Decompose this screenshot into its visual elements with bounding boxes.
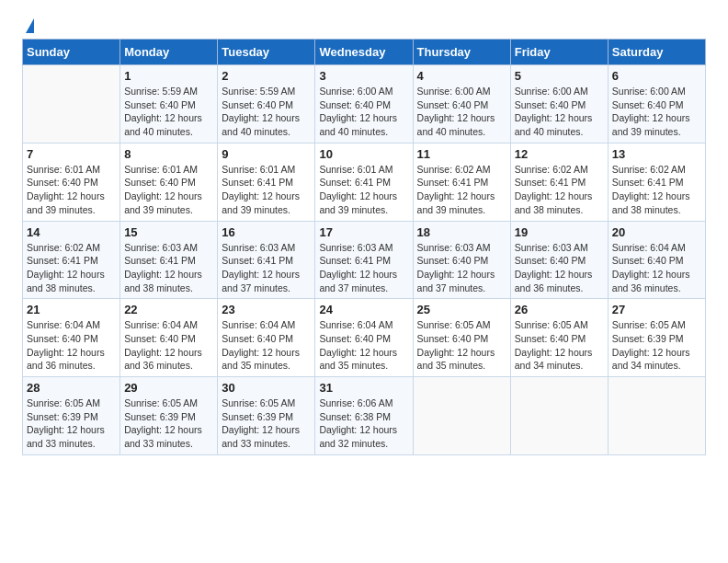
- day-number: 27: [612, 303, 701, 316]
- day-number: 4: [417, 69, 506, 83]
- day-number: 8: [124, 147, 213, 161]
- day-number: 5: [515, 69, 604, 83]
- day-number: 1: [124, 69, 213, 83]
- calendar-cell: 20Sunrise: 6:04 AMSunset: 6:40 PMDayligh…: [608, 221, 705, 299]
- calendar-cell: 21Sunrise: 6:04 AMSunset: 6:40 PMDayligh…: [23, 299, 120, 377]
- day-info: Sunrise: 5:59 AMSunset: 6:40 PMDaylight:…: [222, 85, 311, 139]
- day-number: 13: [612, 147, 701, 161]
- calendar-cell: 5Sunrise: 6:00 AMSunset: 6:40 PMDaylight…: [510, 65, 608, 144]
- calendar-cell: 27Sunrise: 6:05 AMSunset: 6:39 PMDayligh…: [608, 299, 705, 377]
- day-number: 19: [515, 225, 604, 239]
- calendar-cell: 30Sunrise: 6:05 AMSunset: 6:39 PMDayligh…: [218, 377, 315, 455]
- calendar-cell: 9Sunrise: 6:01 AMSunset: 6:41 PMDaylight…: [218, 143, 315, 221]
- column-header-thursday: Thursday: [413, 40, 510, 65]
- day-info: Sunrise: 6:06 AMSunset: 6:38 PMDaylight:…: [319, 396, 408, 451]
- day-number: 31: [319, 381, 408, 395]
- calendar-cell: [510, 377, 608, 455]
- day-info: Sunrise: 5:59 AMSunset: 6:40 PMDaylight:…: [124, 85, 213, 139]
- day-info: Sunrise: 6:02 AMSunset: 6:41 PMDaylight:…: [515, 163, 604, 217]
- day-info: Sunrise: 6:03 AMSunset: 6:41 PMDaylight:…: [124, 241, 213, 295]
- day-info: Sunrise: 6:01 AMSunset: 6:40 PMDaylight:…: [124, 163, 213, 217]
- day-info: Sunrise: 6:05 AMSunset: 6:39 PMDaylight:…: [124, 396, 213, 451]
- day-info: Sunrise: 6:00 AMSunset: 6:40 PMDaylight:…: [612, 85, 701, 139]
- day-number: 29: [124, 381, 213, 395]
- day-number: 21: [27, 303, 116, 316]
- day-info: Sunrise: 6:04 AMSunset: 6:40 PMDaylight:…: [612, 241, 701, 295]
- day-info: Sunrise: 6:04 AMSunset: 6:40 PMDaylight:…: [27, 318, 116, 373]
- calendar-cell: 17Sunrise: 6:03 AMSunset: 6:41 PMDayligh…: [315, 221, 413, 299]
- day-info: Sunrise: 6:00 AMSunset: 6:40 PMDaylight:…: [417, 85, 506, 139]
- column-header-friday: Friday: [510, 40, 608, 65]
- day-number: 10: [319, 147, 408, 161]
- calendar-cell: 23Sunrise: 6:04 AMSunset: 6:40 PMDayligh…: [218, 299, 315, 377]
- column-header-saturday: Saturday: [608, 40, 705, 65]
- column-header-wednesday: Wednesday: [315, 40, 413, 65]
- calendar-header: SundayMondayTuesdayWednesdayThursdayFrid…: [23, 40, 706, 65]
- logo: [22, 18, 34, 33]
- day-number: 25: [417, 303, 506, 316]
- day-number: 18: [417, 225, 506, 239]
- calendar-cell: 19Sunrise: 6:03 AMSunset: 6:40 PMDayligh…: [510, 221, 608, 299]
- calendar-cell: 7Sunrise: 6:01 AMSunset: 6:40 PMDaylight…: [23, 143, 120, 221]
- day-number: 30: [222, 381, 311, 395]
- calendar-cell: 14Sunrise: 6:02 AMSunset: 6:41 PMDayligh…: [23, 221, 120, 299]
- calendar-cell: 31Sunrise: 6:06 AMSunset: 6:38 PMDayligh…: [315, 377, 413, 455]
- calendar-cell: 26Sunrise: 6:05 AMSunset: 6:40 PMDayligh…: [510, 299, 608, 377]
- calendar-cell: [608, 377, 705, 455]
- column-header-sunday: Sunday: [23, 40, 120, 65]
- day-info: Sunrise: 6:00 AMSunset: 6:40 PMDaylight:…: [515, 85, 604, 139]
- day-number: 15: [124, 225, 213, 239]
- day-info: Sunrise: 6:03 AMSunset: 6:41 PMDaylight:…: [222, 241, 311, 295]
- logo-arrow-icon: [26, 18, 34, 33]
- day-info: Sunrise: 6:05 AMSunset: 6:39 PMDaylight:…: [27, 396, 116, 451]
- day-number: 23: [222, 303, 311, 316]
- calendar-cell: 28Sunrise: 6:05 AMSunset: 6:39 PMDayligh…: [23, 377, 120, 455]
- page-header: [22, 18, 706, 33]
- day-info: Sunrise: 6:04 AMSunset: 6:40 PMDaylight:…: [319, 318, 408, 373]
- calendar-cell: 29Sunrise: 6:05 AMSunset: 6:39 PMDayligh…: [120, 377, 218, 455]
- calendar-cell: 4Sunrise: 6:00 AMSunset: 6:40 PMDaylight…: [413, 65, 510, 144]
- calendar-cell: 10Sunrise: 6:01 AMSunset: 6:41 PMDayligh…: [315, 143, 413, 221]
- day-info: Sunrise: 6:05 AMSunset: 6:40 PMDaylight:…: [417, 318, 506, 373]
- calendar-cell: 1Sunrise: 5:59 AMSunset: 6:40 PMDaylight…: [120, 65, 218, 144]
- calendar-cell: 18Sunrise: 6:03 AMSunset: 6:40 PMDayligh…: [413, 221, 510, 299]
- day-info: Sunrise: 6:01 AMSunset: 6:40 PMDaylight:…: [27, 163, 116, 217]
- calendar-cell: 2Sunrise: 5:59 AMSunset: 6:40 PMDaylight…: [218, 65, 315, 144]
- day-info: Sunrise: 6:03 AMSunset: 6:40 PMDaylight:…: [417, 241, 506, 295]
- day-number: 2: [222, 69, 311, 83]
- day-number: 3: [319, 69, 408, 83]
- day-number: 28: [27, 381, 116, 395]
- day-info: Sunrise: 6:05 AMSunset: 6:39 PMDaylight:…: [612, 318, 701, 373]
- day-info: Sunrise: 6:01 AMSunset: 6:41 PMDaylight:…: [319, 163, 408, 217]
- day-number: 17: [319, 225, 408, 239]
- day-info: Sunrise: 6:03 AMSunset: 6:41 PMDaylight:…: [319, 241, 408, 295]
- day-info: Sunrise: 6:03 AMSunset: 6:40 PMDaylight:…: [515, 241, 604, 295]
- day-info: Sunrise: 6:02 AMSunset: 6:41 PMDaylight:…: [417, 163, 506, 217]
- calendar-cell: 3Sunrise: 6:00 AMSunset: 6:40 PMDaylight…: [315, 65, 413, 144]
- calendar-cell: 25Sunrise: 6:05 AMSunset: 6:40 PMDayligh…: [413, 299, 510, 377]
- calendar-cell: 12Sunrise: 6:02 AMSunset: 6:41 PMDayligh…: [510, 143, 608, 221]
- calendar-cell: 11Sunrise: 6:02 AMSunset: 6:41 PMDayligh…: [413, 143, 510, 221]
- day-info: Sunrise: 6:05 AMSunset: 6:40 PMDaylight:…: [515, 318, 604, 373]
- day-info: Sunrise: 6:02 AMSunset: 6:41 PMDaylight:…: [27, 241, 116, 295]
- calendar-cell: 13Sunrise: 6:02 AMSunset: 6:41 PMDayligh…: [608, 143, 705, 221]
- day-number: 16: [222, 225, 311, 239]
- calendar-cell: 24Sunrise: 6:04 AMSunset: 6:40 PMDayligh…: [315, 299, 413, 377]
- day-number: 24: [319, 303, 408, 316]
- calendar-cell: 15Sunrise: 6:03 AMSunset: 6:41 PMDayligh…: [120, 221, 218, 299]
- column-header-monday: Monday: [120, 40, 218, 65]
- day-info: Sunrise: 6:05 AMSunset: 6:39 PMDaylight:…: [222, 396, 311, 451]
- day-number: 7: [27, 147, 116, 161]
- day-info: Sunrise: 6:00 AMSunset: 6:40 PMDaylight:…: [319, 85, 408, 139]
- calendar-cell: 22Sunrise: 6:04 AMSunset: 6:40 PMDayligh…: [120, 299, 218, 377]
- day-number: 12: [515, 147, 604, 161]
- day-number: 11: [417, 147, 506, 161]
- calendar-cell: [23, 65, 120, 144]
- day-number: 14: [27, 225, 116, 239]
- day-info: Sunrise: 6:04 AMSunset: 6:40 PMDaylight:…: [124, 318, 213, 373]
- calendar-table: SundayMondayTuesdayWednesdayThursdayFrid…: [22, 39, 706, 455]
- calendar-cell: 6Sunrise: 6:00 AMSunset: 6:40 PMDaylight…: [608, 65, 705, 144]
- day-number: 9: [222, 147, 311, 161]
- day-info: Sunrise: 6:04 AMSunset: 6:40 PMDaylight:…: [222, 318, 311, 373]
- column-header-tuesday: Tuesday: [218, 40, 315, 65]
